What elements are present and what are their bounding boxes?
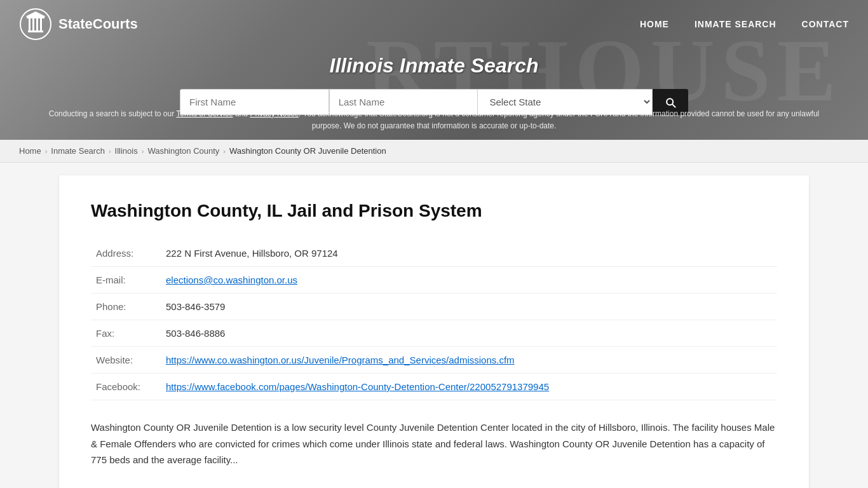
facebook-link[interactable]: https://www.facebook.com/pages/Washingto… bbox=[166, 381, 549, 392]
main-wrapper: Washington County, IL Jail and Prison Sy… bbox=[0, 163, 868, 488]
nav-contact[interactable]: CONTACT bbox=[802, 19, 849, 29]
nav-inmate-search[interactable]: INMATE SEARCH bbox=[695, 19, 776, 29]
website-link[interactable]: https://www.co.washington.or.us/Juvenile… bbox=[166, 355, 515, 365]
nav-links: HOME INMATE SEARCH CONTACT bbox=[640, 19, 849, 29]
email-link[interactable]: elections@co.washington.or.us bbox=[166, 274, 297, 285]
svg-rect-5 bbox=[36, 18, 38, 30]
breadcrumb-sep-1: › bbox=[45, 147, 48, 155]
navbar: StateCourts HOME INMATE SEARCH CONTACT bbox=[0, 0, 868, 48]
breadcrumb-sep-2: › bbox=[109, 147, 111, 155]
breadcrumb-current: Washington County OR Juvenile Detention bbox=[229, 146, 386, 156]
fax-value: 503-846-8886 bbox=[161, 320, 777, 347]
table-row-address: Address: 222 N First Avenue, Hillsboro, … bbox=[91, 240, 777, 267]
content-card: Washington County, IL Jail and Prison Sy… bbox=[59, 175, 809, 488]
website-value: https://www.co.washington.or.us/Juvenile… bbox=[161, 347, 777, 374]
breadcrumb-sep-3: › bbox=[142, 147, 144, 155]
svg-rect-2 bbox=[27, 17, 44, 18]
info-table: Address: 222 N First Avenue, Hillsboro, … bbox=[91, 240, 777, 400]
table-row-website: Website: https://www.co.washington.or.us… bbox=[91, 347, 777, 374]
fax-label: Fax: bbox=[91, 320, 161, 347]
svg-rect-4 bbox=[32, 18, 34, 30]
disclaimer-text-after: . You acknowledge that StateCourts.org i… bbox=[299, 109, 819, 130]
table-row-phone: Phone: 503-846-3579 bbox=[91, 294, 777, 320]
svg-rect-6 bbox=[40, 18, 42, 30]
logo-text: StateCourts bbox=[58, 16, 138, 32]
svg-rect-3 bbox=[29, 18, 31, 30]
address-value: 222 N First Avenue, Hillsboro, OR 97124 bbox=[161, 240, 777, 267]
tos-link[interactable]: Terms of Service bbox=[176, 109, 233, 118]
breadcrumb-illinois[interactable]: Illinois bbox=[115, 146, 138, 156]
svg-rect-1 bbox=[28, 30, 43, 32]
website-label: Website: bbox=[91, 347, 161, 374]
svg-marker-7 bbox=[25, 11, 46, 17]
breadcrumb-sep-4: › bbox=[223, 147, 226, 155]
search-icon bbox=[664, 96, 677, 109]
facility-description: Washington County OR Juvenile Detention … bbox=[91, 419, 777, 468]
header: RTHOUSE StateCourts HOME INMATE SEARCH C… bbox=[0, 0, 868, 140]
disclaimer-text-before: Conducting a search is subject to our bbox=[49, 109, 177, 118]
disclaimer-text-between: and bbox=[233, 109, 250, 118]
nav-home[interactable]: HOME bbox=[640, 19, 669, 29]
privacy-link[interactable]: Privacy Notice bbox=[250, 109, 299, 118]
table-row-facebook: Facebook: https://www.facebook.com/pages… bbox=[91, 374, 777, 400]
disclaimer: Conducting a search is subject to our Te… bbox=[0, 108, 868, 132]
breadcrumb-home[interactable]: Home bbox=[19, 146, 41, 156]
phone-value: 503-846-3579 bbox=[161, 294, 777, 320]
breadcrumb-washington-county[interactable]: Washington County bbox=[147, 146, 219, 156]
phone-label: Phone: bbox=[91, 294, 161, 320]
table-row-fax: Fax: 503-846-8886 bbox=[91, 320, 777, 347]
address-label: Address: bbox=[91, 240, 161, 267]
hero-content: Illinois Inmate Search Select State Alab… bbox=[0, 48, 868, 115]
breadcrumb: Home › Inmate Search › Illinois › Washin… bbox=[0, 140, 868, 163]
logo-link[interactable]: StateCourts bbox=[19, 8, 138, 41]
table-row-email: E-mail: elections@co.washington.or.us bbox=[91, 267, 777, 294]
email-label: E-mail: bbox=[91, 267, 161, 294]
hero-title: Illinois Inmate Search bbox=[330, 54, 539, 78]
logo-icon bbox=[19, 8, 52, 41]
facebook-value: https://www.facebook.com/pages/Washingto… bbox=[161, 374, 777, 400]
breadcrumb-inmate-search[interactable]: Inmate Search bbox=[51, 146, 105, 156]
facebook-label: Facebook: bbox=[91, 374, 161, 400]
email-value: elections@co.washington.or.us bbox=[161, 267, 777, 294]
page-heading: Washington County, IL Jail and Prison Sy… bbox=[91, 201, 777, 221]
